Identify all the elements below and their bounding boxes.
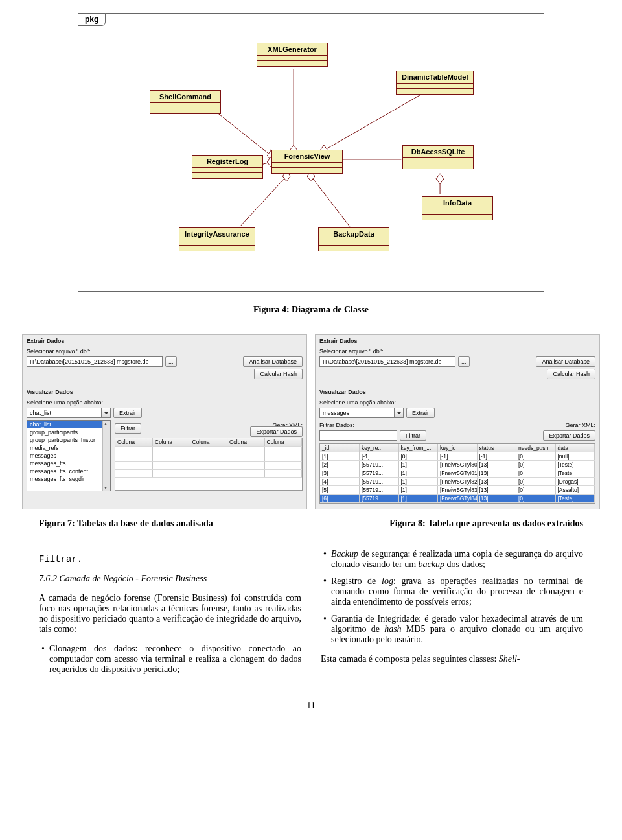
- chevron-down-icon: [101, 408, 110, 417]
- class-registerlog: RegisterLog: [192, 155, 263, 179]
- section-heading: 7.6.2 Camada de Negócio - Forensic Busin…: [39, 574, 301, 584]
- screenshot-left: Extrair Dados Selecionar arquivo ".db": …: [22, 334, 307, 509]
- list-item[interactable]: messages: [27, 452, 110, 460]
- export-button[interactable]: Exportar Dados: [543, 430, 595, 441]
- uml-diagram: pkg: [78, 13, 544, 292]
- svg-line-2: [214, 110, 271, 156]
- class-backupdata: BackupData: [318, 228, 389, 251]
- list-item[interactable]: messages_fts: [27, 460, 110, 467]
- table-row[interactable]: [2][55719...[1][Fneivr5GTyl80][13][0][Te…: [320, 461, 595, 469]
- svg-line-5: [324, 91, 427, 150]
- db-path-input[interactable]: [319, 356, 455, 367]
- chevron-down-icon: [394, 408, 403, 417]
- list-item[interactable]: messages_fts_segdir: [27, 475, 110, 483]
- analyze-button[interactable]: Analisar Database: [536, 356, 595, 367]
- class-infodata: InfoData: [422, 196, 493, 220]
- class-dinamictablemodel: DinamicTableModel: [396, 71, 474, 95]
- list-item[interactable]: media_refs: [27, 444, 110, 452]
- figure7-caption: Figura 7: Tabelas da base de dados anali…: [39, 519, 213, 529]
- svg-line-15: [311, 176, 350, 227]
- filter-button[interactable]: Filtrar: [115, 423, 141, 434]
- tables-listbox[interactable]: chat_listgroup_participantsgroup_partici…: [27, 420, 111, 491]
- filter-button[interactable]: Filtrar: [400, 430, 426, 441]
- list-item[interactable]: group_participants_histor: [27, 436, 110, 444]
- screenshot-right: Extrair Dados Selecionar arquivo ".db": …: [315, 334, 600, 509]
- tables-combo[interactable]: messages: [319, 408, 404, 418]
- data-grid[interactable]: _idkey_re...key_from_...key_idstatusneed…: [319, 443, 595, 504]
- empty-grid[interactable]: ColunaColunaColunaColunaColuna: [115, 438, 303, 491]
- extract-button[interactable]: Extrair: [113, 408, 142, 418]
- scrollbar[interactable]: [102, 421, 110, 491]
- list-item[interactable]: chat_list: [27, 421, 110, 428]
- hash-button[interactable]: Calcular Hash: [254, 369, 303, 379]
- page-number: 11: [39, 701, 583, 711]
- figure8-caption: Figura 8: Tabela que apresenta os dados …: [389, 519, 583, 529]
- class-xmlgenerator: XMLGenerator: [257, 43, 328, 67]
- filter-input[interactable]: [319, 430, 397, 441]
- export-button[interactable]: Exportar Dados: [250, 426, 303, 437]
- class-forensicview: ForensicView: [271, 150, 343, 174]
- svg-marker-12: [436, 174, 444, 184]
- table-row[interactable]: [1][-1][0][-1][-1][0][null]: [320, 452, 595, 461]
- tables-combo[interactable]: chat_list: [27, 408, 111, 418]
- visualize-group-label: Visualizar Dados: [23, 386, 306, 397]
- table-row[interactable]: [3][55719...[1][Fneivr5GTyl81][13][0][Te…: [320, 469, 595, 478]
- table-row[interactable]: [4][55719...[1][Fneivr5GTyl82][13][0][Dr…: [320, 478, 595, 486]
- list-item[interactable]: group_participants: [27, 428, 110, 436]
- pkg-tab: pkg: [78, 13, 106, 26]
- browse-button[interactable]: ...: [458, 356, 470, 367]
- right-column: Backup de segurança: é realizada uma cop…: [321, 545, 583, 681]
- figure4-caption: Figura 4: Diagrama de Classe: [39, 305, 583, 315]
- class-shellcommand: ShellCommand: [150, 90, 221, 114]
- db-path-input[interactable]: [27, 356, 163, 367]
- extract-group-label: Extrair Dados: [23, 335, 306, 345]
- analyze-button[interactable]: Analisar Database: [243, 356, 303, 367]
- class-integrityassurance: IntegrityAssurance: [179, 228, 255, 251]
- browse-button[interactable]: ...: [165, 356, 177, 367]
- list-item[interactable]: messages_fts_content: [27, 467, 110, 475]
- hash-button[interactable]: Calcular Hash: [547, 369, 595, 379]
- table-row[interactable]: [5][55719...[1][Fneivr5GTyl83][13][0][As…: [320, 486, 595, 495]
- left-column: Filtrar. 7.6.2 Camada de Negócio - Foren…: [39, 545, 301, 681]
- extract-button[interactable]: Extrair: [406, 408, 435, 418]
- table-row[interactable]: [6][55719...[1][Fneivr5GTyl84][13][0][Te…: [320, 495, 595, 503]
- class-dbacesssqlite: DbAcessSQLite: [402, 145, 474, 169]
- svg-line-13: [240, 176, 287, 227]
